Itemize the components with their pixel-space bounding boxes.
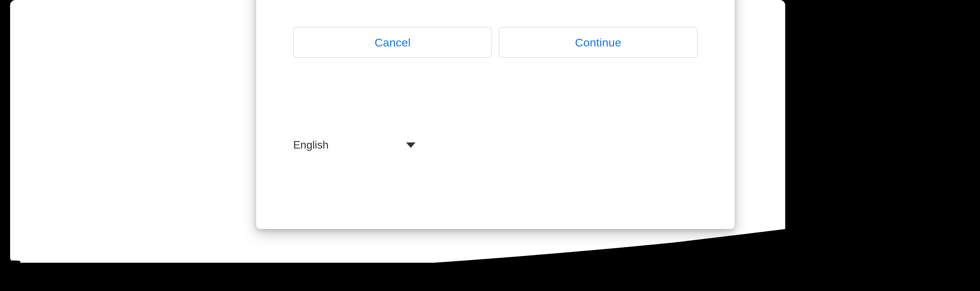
dialog-card: Cancel Continue English	[256, 0, 735, 229]
chevron-down-icon	[406, 143, 415, 148]
button-row: Cancel Continue	[293, 27, 698, 58]
cancel-button[interactable]: Cancel	[293, 27, 492, 58]
cancel-button-label: Cancel	[374, 36, 410, 49]
language-selected-label: English	[293, 139, 329, 151]
continue-button-label: Continue	[575, 36, 621, 49]
continue-button[interactable]: Continue	[499, 27, 698, 58]
language-selector[interactable]: English	[293, 135, 415, 155]
